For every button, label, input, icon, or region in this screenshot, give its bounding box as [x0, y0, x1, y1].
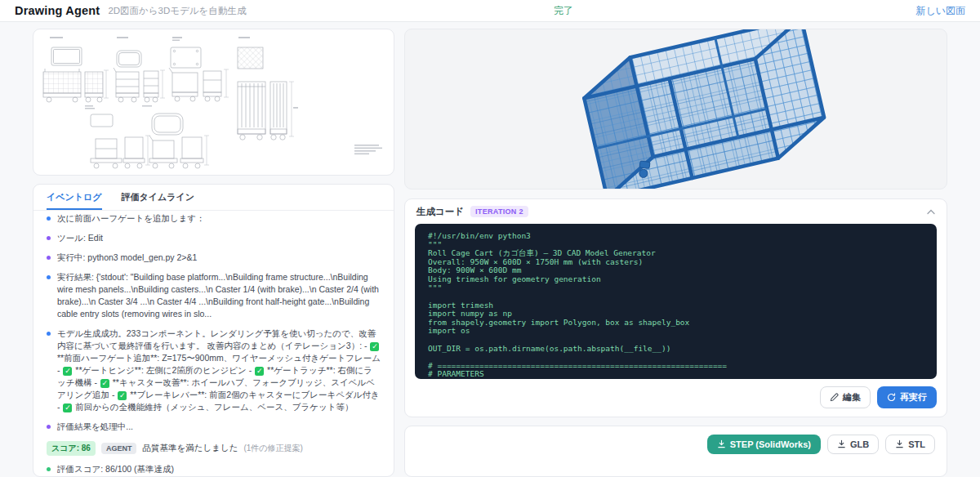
download-glb-button[interactable]: GLB — [827, 435, 879, 454]
download-icon — [717, 439, 726, 448]
tab-event-log[interactable]: イベントログ — [47, 191, 102, 210]
model-viewer-panel[interactable] — [404, 29, 947, 189]
log-text: 実行中: python3 model_gen.py 2>&1 — [57, 252, 197, 264]
bullet-icon — [47, 332, 51, 336]
edit-button[interactable]: 編集 — [820, 386, 871, 408]
log-text: モデル生成成功。233コンポーネント。レンダリング予算を使い切ったので、改善内容… — [57, 328, 381, 413]
pencil-icon — [830, 393, 839, 402]
score-row: スコア: 86 AGENT 品質基準を満たしました (1件の修正提案) — [47, 441, 381, 456]
score-note[interactable]: (1件の修正提案) — [243, 443, 302, 454]
log-text: 評価スコア: 86/100 (基準達成) — [57, 463, 174, 475]
bullet-icon — [47, 236, 51, 240]
drawing-preview-panel — [33, 29, 394, 176]
app-title: Drawing Agent — [15, 4, 100, 17]
log-item: 評価スコア: 86/100 (基準達成) — [47, 463, 381, 475]
bullet-icon — [47, 425, 51, 429]
top-bar: Drawing Agent 2D図面から3Dモデルを自動生成 完了 新しい図面 — [0, 0, 980, 22]
download-step-button[interactable]: STEP (SolidWorks) — [707, 435, 821, 454]
download-stl-label: STL — [908, 439, 925, 449]
download-icon — [895, 439, 904, 448]
rerun-button[interactable]: 再実行 — [877, 386, 937, 408]
blueprint-image — [33, 29, 394, 176]
agent-badge: AGENT — [101, 443, 137, 454]
download-step-label: STEP (SolidWorks) — [730, 439, 811, 449]
export-panel: STEP (SolidWorks) GLB STL — [404, 426, 947, 477]
log-item: 評価結果を処理中... — [47, 421, 381, 433]
score-badge: スコア: 86 — [47, 441, 96, 456]
log-scroll-area[interactable]: 次に前面ハーフゲートを追加します： ツール: Edit 実行中: python3… — [33, 211, 394, 476]
new-drawing-link[interactable]: 新しい図面 — [915, 4, 965, 18]
download-stl-button[interactable]: STL — [885, 435, 935, 454]
code-panel-title: 生成コード — [416, 206, 464, 218]
refresh-icon — [887, 393, 896, 402]
download-glb-label: GLB — [850, 439, 869, 449]
log-tabs: イベントログ 評価タイムライン — [33, 185, 394, 211]
status-text: 完了 — [554, 4, 573, 18]
log-item: ツール: Edit — [47, 232, 381, 244]
iteration-badge: ITERATION 2 — [470, 206, 528, 217]
bullet-icon — [47, 256, 51, 260]
generated-code-panel: 生成コード ITERATION 2 #!/usr/bin/env python3… — [404, 198, 947, 417]
score-message: 品質基準を満たしました — [142, 443, 238, 454]
edit-button-label: 編集 — [843, 391, 861, 403]
bullet-icon — [47, 216, 51, 221]
log-text: ツール: Edit — [57, 232, 103, 244]
chevron-up-icon[interactable] — [927, 209, 935, 215]
download-icon — [837, 439, 846, 448]
bullet-icon — [47, 467, 51, 471]
cage-cart-3d-model — [405, 29, 947, 189]
code-block[interactable]: #!/usr/bin/env python3 """ Roll Cage Car… — [415, 224, 937, 379]
log-text: 次に前面ハーフゲートを追加します： — [57, 212, 205, 225]
app-subtitle: 2D図面から3Dモデルを自動生成 — [108, 5, 246, 17]
code-text: #!/usr/bin/env python3 """ Roll Cage Car… — [415, 224, 937, 379]
log-item: 実行中: python3 model_gen.py 2>&1 — [47, 252, 381, 264]
bullet-icon — [47, 275, 51, 279]
log-item: 次に前面ハーフゲートを追加します： — [47, 212, 381, 225]
log-item: モデル生成成功。233コンポーネント。レンダリング予算を使い切ったので、改善内容… — [47, 328, 381, 413]
event-log-panel: イベントログ 評価タイムライン 次に前面ハーフゲートを追加します： ツール: E… — [33, 184, 394, 477]
tab-eval-timeline[interactable]: 評価タイムライン — [122, 191, 195, 210]
log-text: 実行結果: {'stdout': "Building base platform… — [57, 271, 381, 320]
log-item: 実行結果: {'stdout': "Building base platform… — [47, 271, 381, 320]
log-text: 評価結果を処理中... — [57, 421, 133, 433]
rerun-button-label: 再実行 — [900, 391, 927, 403]
